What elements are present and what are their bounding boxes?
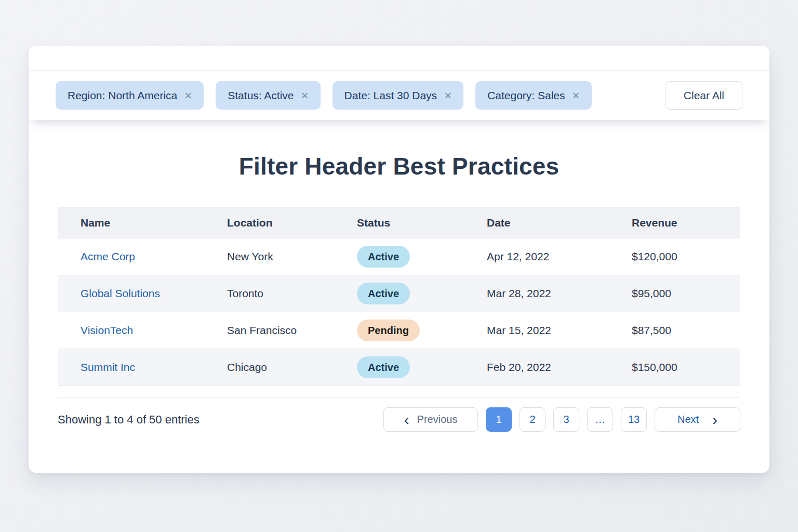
revenue-cell: $87,500 (609, 312, 740, 349)
company-link[interactable]: Summit Inc (81, 361, 135, 373)
data-table: Name Location Status Date Revenue Acme C… (58, 207, 740, 386)
pagination: ‹ Previous 1 2 3 … 13 Next › (383, 407, 740, 432)
table-row: Summit Inc Chicago Active Feb 20, 2022 $… (58, 349, 740, 386)
remove-filter-icon[interactable]: × (301, 89, 309, 102)
status-badge: Active (357, 356, 410, 378)
filter-chip-date[interactable]: Date: Last 30 Days × (332, 81, 464, 110)
location-cell: Toronto (204, 275, 334, 312)
status-cell: Active (334, 238, 464, 275)
status-badge: Active (357, 283, 410, 304)
company-link[interactable]: VisionTech (81, 324, 133, 336)
status-badge: Active (357, 246, 410, 268)
name-cell: Acme Corp (58, 238, 204, 275)
revenue-cell: $120,000 (609, 238, 740, 275)
card-top-bar (29, 46, 769, 71)
next-page-button[interactable]: Next › (655, 407, 740, 432)
filter-chip-label: Date: Last 30 Days (344, 89, 437, 102)
entries-summary: Showing 1 to 4 of 50 entries (58, 413, 200, 427)
revenue-cell: $150,000 (609, 349, 740, 386)
column-header-location: Location (204, 208, 334, 238)
revenue-cell: $95,000 (609, 275, 740, 312)
page-button-13[interactable]: 13 (621, 407, 647, 432)
date-cell: Feb 20, 2022 (464, 349, 609, 386)
date-cell: Mar 28, 2022 (464, 275, 609, 312)
column-header-status: Status (334, 208, 464, 238)
table-row: Global Solutions Toronto Active Mar 28, … (58, 275, 740, 312)
location-cell: New York (204, 238, 334, 275)
status-badge: Pending (357, 320, 420, 341)
filter-chip-region[interactable]: Region: North America × (56, 81, 204, 110)
clear-all-button[interactable]: Clear All (666, 81, 742, 110)
filter-chip-label: Status: Active (228, 89, 294, 102)
page-ellipsis-button[interactable]: … (587, 407, 613, 432)
company-link[interactable]: Global Solutions (81, 287, 160, 299)
previous-label: Previous (417, 414, 458, 425)
filter-chip-label: Region: North America (68, 89, 177, 102)
filter-header: Region: North America × Status: Active ×… (29, 71, 769, 120)
main-card: Region: North America × Status: Active ×… (29, 46, 769, 473)
filter-chip-category[interactable]: Category: Sales × (475, 81, 591, 110)
page-button-1[interactable]: 1 (486, 407, 512, 432)
date-cell: Apr 12, 2022 (464, 238, 609, 275)
table-header-row: Name Location Status Date Revenue (58, 208, 740, 238)
next-label: Next (677, 414, 699, 425)
remove-filter-icon[interactable]: × (184, 89, 192, 102)
page-button-3[interactable]: 3 (553, 407, 579, 432)
name-cell: Summit Inc (58, 349, 204, 386)
status-cell: Active (334, 275, 464, 312)
card-content: Filter Header Best Practices Name Locati… (29, 152, 769, 432)
date-cell: Mar 15, 2022 (464, 312, 609, 349)
name-cell: Global Solutions (58, 275, 204, 312)
status-cell: Active (334, 349, 464, 386)
filter-chip-status[interactable]: Status: Active × (216, 81, 320, 110)
status-cell: Pending (334, 312, 464, 349)
table-row: Acme Corp New York Active Apr 12, 2022 $… (58, 238, 740, 275)
footer-divider (58, 397, 740, 397)
table-row: VisionTech San Francisco Pending Mar 15,… (58, 312, 740, 349)
location-cell: Chicago (204, 349, 334, 386)
remove-filter-icon[interactable]: × (444, 89, 451, 102)
column-header-date: Date (464, 208, 609, 238)
page-title: Filter Header Best Practices (58, 152, 740, 180)
location-cell: San Francisco (204, 312, 334, 349)
company-link[interactable]: Acme Corp (81, 250, 135, 262)
filter-chip-label: Category: Sales (487, 89, 565, 102)
previous-page-button[interactable]: ‹ Previous (383, 407, 478, 432)
table-footer: Showing 1 to 4 of 50 entries ‹ Previous … (58, 407, 740, 432)
name-cell: VisionTech (58, 312, 204, 349)
page-button-2[interactable]: 2 (520, 407, 546, 432)
remove-filter-icon[interactable]: × (573, 89, 580, 102)
column-header-revenue: Revenue (609, 208, 740, 238)
column-header-name: Name (58, 208, 204, 238)
